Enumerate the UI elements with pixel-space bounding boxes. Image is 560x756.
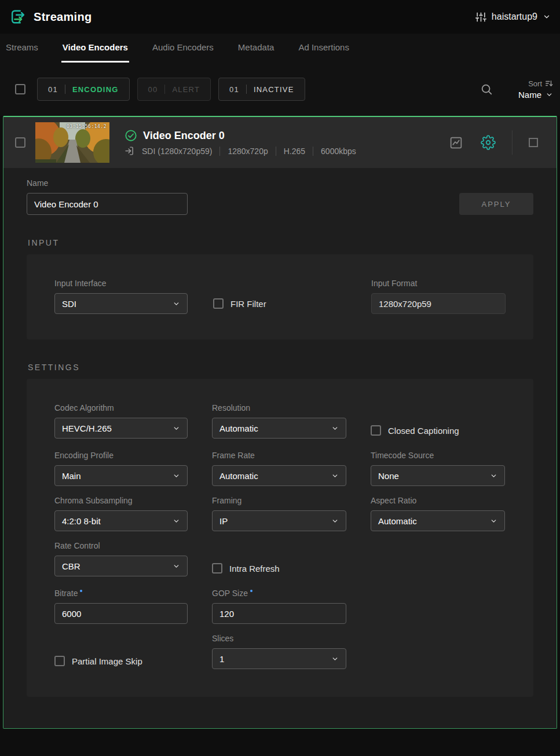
user-menu[interactable]: haistartup9	[475, 12, 551, 23]
chevron-down-icon	[173, 472, 180, 480]
filter-inactive-count: 01	[229, 85, 239, 94]
aspect-ratio-field: Aspect Ratio Automatic	[371, 496, 505, 531]
partial-image-skip-checkbox[interactable]	[54, 656, 65, 666]
frame-rate-select[interactable]: Automatic	[212, 465, 346, 486]
video-preview-thumbnail: 03:15:56:14.2	[35, 122, 109, 163]
tab-ad-insertions[interactable]: Ad Insertions	[297, 34, 350, 63]
sort-order-icon	[545, 79, 553, 87]
encoding-profile-select[interactable]: Main	[54, 465, 188, 486]
fir-filter-checkbox[interactable]	[213, 298, 224, 309]
encoder-actions	[449, 130, 545, 155]
chevron-down-icon	[543, 13, 551, 21]
meta-bitrate: 6000kbps	[321, 147, 356, 156]
stop-button[interactable]	[529, 138, 538, 147]
tab-metadata[interactable]: Metadata	[237, 34, 276, 63]
bitrate-input[interactable]	[54, 603, 188, 624]
closed-captioning-field: Closed Captioning	[371, 420, 505, 441]
encoding-profile-field: Encoding Profile Main	[54, 451, 188, 486]
filter-alert-button[interactable]: 00 ALERT	[137, 78, 211, 101]
input-interface-value: SDI	[62, 299, 76, 309]
chevron-down-icon	[331, 472, 339, 480]
divider	[246, 85, 247, 94]
app-logo-icon	[9, 8, 27, 25]
chevron-down-icon	[546, 91, 553, 98]
chevron-down-icon	[331, 655, 339, 663]
chevron-down-icon	[331, 425, 339, 432]
filter-inactive-button[interactable]: 01 INACTIVE	[218, 78, 305, 101]
spacer	[371, 589, 505, 624]
app-header: Streaming haistartup9	[0, 0, 560, 34]
intra-refresh-checkbox[interactable]	[212, 563, 222, 574]
input-interface-field: Input Interface SDI	[54, 279, 188, 314]
slices-select[interactable]: 1	[212, 648, 346, 669]
frame-rate-field: Frame Rate Automatic	[212, 451, 346, 486]
filter-encoding-button[interactable]: 01 ENCODING	[37, 78, 130, 101]
codec-algorithm-select[interactable]: HEVC/H.265	[54, 418, 188, 439]
slices-field: Slices 1	[212, 634, 346, 671]
chevron-down-icon	[173, 300, 180, 308]
divider	[219, 147, 220, 156]
partial-image-skip-field: Partial Image Skip	[54, 651, 188, 671]
filter-inactive-label: INACTIVE	[254, 85, 294, 94]
statistics-icon[interactable]	[449, 136, 463, 150]
chevron-down-icon	[331, 517, 339, 525]
framing-select[interactable]: IP	[212, 510, 346, 531]
filter-encoding-label: ENCODING	[72, 85, 119, 94]
timecode-source-field: Timecode Source None	[371, 451, 505, 486]
input-format-value: 1280x720p59	[371, 293, 506, 314]
meta-resolution: 1280x720p	[228, 147, 268, 156]
input-format-label: Input Format	[371, 279, 506, 288]
sort-value: Name	[518, 90, 541, 100]
timecode-source-select[interactable]: None	[371, 465, 505, 486]
encoder-detail-panel: Name APPLY INPUT Input Interface SDI	[3, 168, 557, 728]
encoder-name-input[interactable]	[27, 193, 188, 215]
tab-video-encoders[interactable]: Video Encoders	[61, 34, 129, 63]
chevron-down-icon	[173, 517, 180, 525]
encoder-title: Video Encoder 0	[143, 130, 225, 142]
select-all-checkbox[interactable]	[15, 84, 25, 94]
divider	[164, 85, 165, 94]
settings-section-panel: Codec Algorithm HEVC/H.265 Resolution Au…	[27, 379, 533, 697]
search-icon[interactable]	[480, 83, 493, 96]
chroma-subsampling-field: Chroma Subsampling 4:2:0 8-bit	[54, 496, 188, 531]
sort-control[interactable]: Sort Name	[515, 79, 553, 100]
spacer	[371, 634, 505, 671]
meta-codec: H.265	[284, 147, 305, 156]
filter-toolbar: 01 ENCODING 00 ALERT 01 INACTIVE Sort Na…	[0, 63, 560, 116]
chevron-down-icon	[490, 517, 497, 525]
framing-field: Framing IP	[212, 496, 346, 531]
tab-streams[interactable]: Streams	[5, 34, 39, 63]
codec-algorithm-field: Codec Algorithm HEVC/H.265	[54, 403, 188, 441]
tab-bar: Streams Video Encoders Audio Encoders Me…	[0, 34, 560, 63]
chevron-down-icon	[490, 472, 497, 480]
encoder-card: 03:15:56:14.2 Video Encoder 0 SDI	[3, 116, 557, 729]
rate-control-select[interactable]: CBR	[54, 556, 188, 576]
username: haistartup9	[492, 12, 537, 22]
closed-captioning-checkbox[interactable]	[371, 425, 381, 436]
chroma-subsampling-select[interactable]: 4:2:0 8-bit	[54, 510, 188, 531]
encoder-heading: Video Encoder 0 SDI (1280x720p59) 1280x7…	[125, 129, 356, 156]
input-source-icon	[125, 146, 134, 156]
name-field: Name APPLY	[27, 178, 533, 215]
apply-button[interactable]: APPLY	[459, 193, 533, 215]
encoder-card-header: 03:15:56:14.2 Video Encoder 0 SDI	[3, 117, 557, 168]
gop-size-input[interactable]	[212, 603, 346, 624]
settings-gear-icon[interactable]	[481, 135, 496, 150]
input-format-field: Input Format 1280x720p59	[371, 279, 506, 314]
sort-label: Sort	[528, 79, 542, 88]
filter-alert-label: ALERT	[172, 85, 200, 94]
bitrate-field: Bitrate	[54, 589, 188, 624]
resolution-select[interactable]: Automatic	[212, 418, 346, 439]
filter-encoding-count: 01	[48, 85, 58, 94]
fir-filter-label: FIR Filter	[230, 299, 266, 309]
fir-filter-field: FIR Filter	[213, 293, 266, 314]
tab-audio-encoders[interactable]: Audio Encoders	[151, 34, 215, 63]
input-interface-select[interactable]: SDI	[54, 293, 188, 314]
preferences-sliders-icon	[475, 12, 486, 23]
resolution-field: Resolution Automatic	[212, 403, 346, 441]
aspect-ratio-select[interactable]: Automatic	[371, 510, 505, 531]
required-indicator	[250, 590, 252, 592]
intra-refresh-field: Intra Refresh	[212, 558, 346, 579]
encoder-select-checkbox[interactable]	[15, 137, 25, 148]
input-interface-label: Input Interface	[54, 279, 188, 288]
